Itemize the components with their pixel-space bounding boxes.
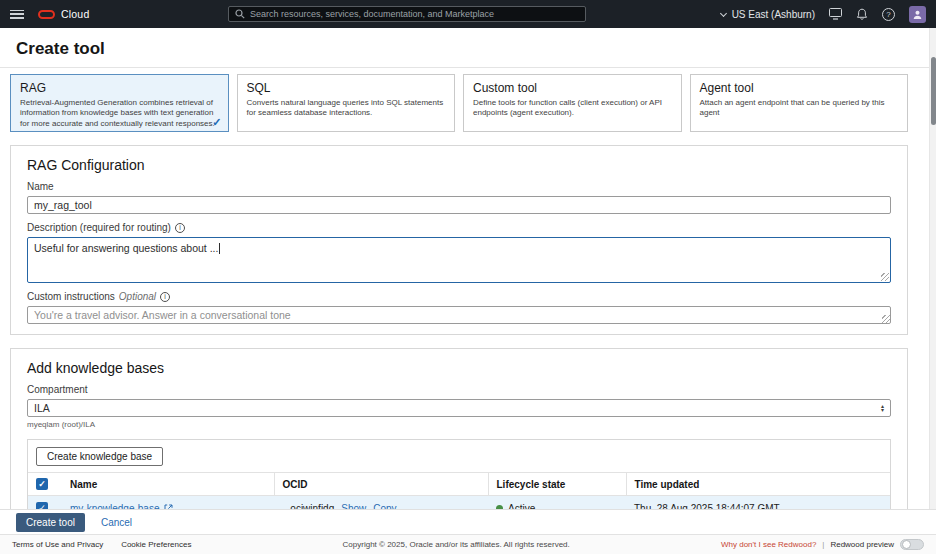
text-caret — [219, 243, 220, 254]
tool-card-custom[interactable]: Custom tool Define tools for function ca… — [463, 74, 682, 132]
tool-card-rag[interactable]: RAG Retrieval-Augmented Generation combi… — [10, 74, 229, 132]
cancel-button[interactable]: Cancel — [101, 517, 132, 528]
custom-instructions-label: Custom instructions Optional i — [27, 291, 891, 303]
name-input[interactable] — [27, 196, 891, 214]
scrollbar-track[interactable] — [929, 28, 936, 554]
redwood-question-link[interactable]: Why don't I see Redwood? — [721, 540, 816, 549]
oracle-logo — [38, 10, 55, 19]
rag-configuration-panel: RAG Configuration Name Description (requ… — [10, 145, 908, 335]
scrollbar-thumb[interactable] — [931, 57, 936, 125]
compartment-path: myeqlam (root)/ILA — [27, 420, 891, 429]
help-icon[interactable]: ? — [882, 8, 895, 21]
brand-label: Cloud — [61, 8, 89, 20]
resize-handle[interactable] — [882, 315, 890, 323]
column-header-time[interactable]: Time updated — [626, 473, 890, 496]
tool-card-title: RAG — [20, 81, 219, 95]
chevron-down-icon — [720, 9, 727, 16]
select-arrows-icon: ▴▾ — [881, 404, 884, 413]
description-input[interactable]: Useful for answering questions about ... — [27, 237, 891, 283]
terms-link[interactable]: Terms of Use and Privacy — [12, 540, 103, 549]
notifications-bell-icon[interactable] — [856, 8, 868, 21]
redwood-preview-label: Redwood preview — [830, 540, 894, 549]
menu-icon[interactable] — [10, 10, 24, 19]
tool-card-description: Retrieval-Augmented Generation combines … — [20, 98, 219, 129]
tool-card-title: SQL — [247, 81, 446, 95]
topbar: Cloud US East (Ashburn) ? — [0, 0, 936, 28]
search-icon — [235, 9, 245, 19]
compartment-select[interactable]: ILA ▴▾ — [27, 399, 891, 417]
column-header-name[interactable]: Name — [62, 473, 274, 496]
cloud-shell-icon[interactable] — [829, 8, 842, 20]
name-label: Name — [27, 181, 891, 193]
page-title: Create tool — [16, 39, 913, 58]
tool-card-description: Converts natural language queries into S… — [247, 98, 446, 119]
search-input[interactable] — [250, 9, 579, 19]
footer: Terms of Use and Privacy Cookie Preferen… — [0, 534, 936, 554]
selected-check-icon: ✓ — [212, 116, 221, 129]
tool-card-description: Attach an agent endpoint that can be que… — [700, 98, 899, 119]
optional-tag: Optional — [119, 291, 156, 303]
tool-card-sql[interactable]: SQL Converts natural language queries in… — [237, 74, 456, 132]
profile-avatar[interactable] — [909, 6, 926, 23]
resize-handle[interactable] — [881, 273, 889, 281]
tool-card-title: Custom tool — [473, 81, 672, 95]
action-bar: Create tool Cancel — [0, 509, 936, 534]
tool-type-cards: RAG Retrieval-Augmented Generation combi… — [10, 74, 908, 132]
column-header-ocid[interactable]: OCID — [274, 473, 488, 496]
region-selector[interactable]: US East (Ashburn) — [721, 9, 815, 20]
tool-card-description: Define tools for function calls (client … — [473, 98, 672, 119]
page-content: Create tool RAG Retrieval-Augmented Gene… — [0, 28, 929, 554]
global-search[interactable] — [228, 6, 586, 22]
section-heading: Add knowledge bases — [27, 361, 891, 376]
info-icon[interactable]: i — [160, 292, 170, 302]
description-label: Description (required for routing) i — [27, 222, 891, 234]
cookie-preferences-link[interactable]: Cookie Preferences — [121, 540, 191, 549]
user-icon — [912, 9, 923, 20]
compartment-label: Compartment — [27, 384, 891, 396]
section-heading: RAG Configuration — [27, 158, 891, 173]
redwood-preview-toggle[interactable] — [900, 539, 924, 550]
copyright-text: Copyright © 2025, Oracle and/or its affi… — [191, 540, 721, 549]
select-all-checkbox[interactable]: ✓ — [36, 478, 48, 490]
create-knowledge-base-button[interactable]: Create knowledge base — [36, 447, 163, 466]
create-tool-button[interactable]: Create tool — [16, 513, 85, 532]
column-header-lifecycle[interactable]: Lifecycle state — [488, 473, 626, 496]
compartment-value: ILA — [34, 402, 50, 414]
tool-card-agent[interactable]: Agent tool Attach an agent endpoint that… — [690, 74, 909, 132]
info-icon[interactable]: i — [175, 223, 185, 233]
tool-card-title: Agent tool — [700, 81, 899, 95]
footer-separator: | — [822, 540, 824, 549]
oracle-cloud-console: Cloud US East (Ashburn) ? — [0, 0, 936, 554]
description-value: Useful for answering questions about ... — [34, 242, 218, 254]
toggle-knob — [902, 540, 911, 549]
custom-instructions-input[interactable] — [27, 306, 891, 324]
page-header: Create tool — [0, 28, 929, 68]
region-label: US East (Ashburn) — [732, 9, 815, 20]
